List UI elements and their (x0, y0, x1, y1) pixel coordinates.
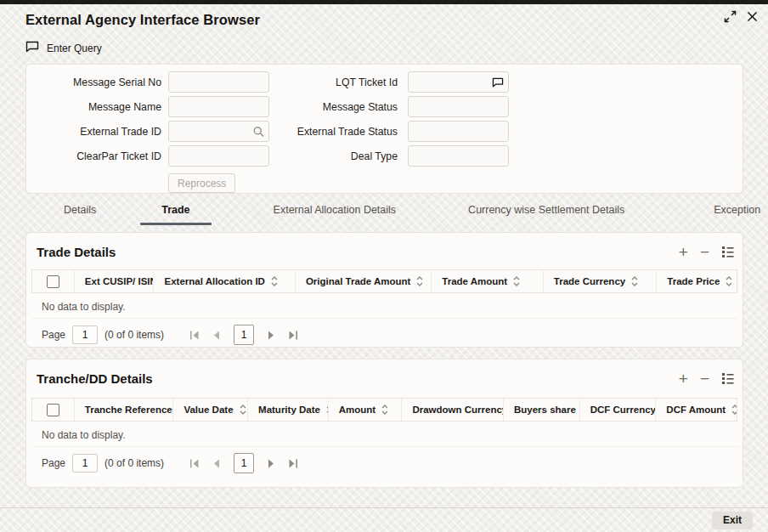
add-row-icon[interactable]: + (679, 373, 688, 385)
previous-page-icon[interactable] (213, 331, 220, 340)
trade-details-pagination: Page (0 of 0 items) 1 (31, 319, 737, 345)
lqt-ticket-id-label: LQT Ticket Id (269, 76, 408, 88)
window-controls (724, 10, 758, 23)
items-count-label: (0 of 0 items) (104, 457, 164, 469)
page-input[interactable] (72, 325, 98, 344)
query-form-panel: Message Serial No Message Name External … (25, 64, 743, 194)
message-name-label: Message Name (26, 101, 168, 113)
first-page-icon[interactable] (189, 331, 200, 340)
items-count-label: (0 of 0 items) (104, 329, 164, 341)
sort-icon[interactable] (726, 276, 732, 286)
current-page-button[interactable]: 1 (234, 453, 254, 473)
message-name-input[interactable] (168, 96, 269, 117)
external-trade-status-label: External Trade Status (269, 126, 408, 138)
page-input[interactable] (72, 454, 98, 473)
remove-row-icon[interactable]: − (700, 373, 709, 385)
message-status-label: Message Status (269, 101, 408, 113)
remove-row-icon[interactable]: − (700, 246, 709, 258)
tab-exception[interactable]: Exception (714, 204, 760, 227)
page-label: Page (42, 329, 65, 341)
message-serial-no-label: Message Serial No (26, 76, 168, 88)
trade-details-title: Trade Details (37, 245, 116, 259)
sort-icon[interactable] (513, 276, 520, 286)
message-serial-no-input[interactable] (168, 71, 269, 93)
message-status-input[interactable] (408, 96, 509, 117)
external-agency-interface-browser-window: External Agency Interface Browser Enter … (0, 0, 768, 532)
deal-type-label: Deal Type (269, 150, 408, 162)
exit-button[interactable]: Exit (712, 512, 753, 529)
next-page-icon[interactable] (268, 331, 274, 340)
tab-trade[interactable]: Trade (140, 204, 211, 227)
last-page-icon[interactable] (288, 459, 298, 468)
enter-query-label: Enter Query (47, 42, 102, 54)
tab-details[interactable]: Details (64, 204, 96, 227)
tab-external-allocation-details[interactable]: External Allocation Details (274, 204, 397, 227)
sort-icon[interactable] (416, 276, 423, 286)
footer-bar: Exit (0, 507, 768, 532)
previous-page-icon[interactable] (213, 459, 220, 468)
comment-icon[interactable] (492, 77, 504, 88)
single-select-list-icon[interactable] (721, 372, 734, 385)
trade-details-table-header: Ext CUSIP/ ISIN External Allocation ID O… (31, 269, 737, 293)
tranche-dd-details-section: Tranche/DD Details + − Tranche Reference… (25, 359, 743, 488)
close-icon[interactable] (747, 11, 758, 22)
sort-icon[interactable] (240, 405, 246, 415)
next-page-icon[interactable] (268, 459, 274, 468)
resize-icon[interactable] (724, 10, 737, 23)
first-page-icon[interactable] (189, 459, 200, 468)
comment-icon (25, 41, 39, 55)
clearpar-ticket-id-label: ClearPar Ticket ID (26, 150, 168, 162)
tranche-dd-table-header: Tranche Reference Number Value Date Matu… (31, 398, 737, 422)
tranche-dd-empty-message: No data to display. (31, 422, 738, 447)
clearpar-ticket-id-input[interactable] (168, 145, 269, 167)
trade-details-section: Trade Details + − Ext CUSIP/ ISIN Extern… (25, 232, 743, 348)
select-all-checkbox[interactable] (47, 404, 59, 416)
sort-icon[interactable] (631, 276, 638, 286)
external-trade-id-label: External Trade ID (26, 126, 168, 138)
tab-bar: Details Trade External Allocation Detail… (25, 204, 743, 227)
titlebar: External Agency Interface Browser (25, 12, 743, 28)
top-strip (0, 0, 768, 4)
trade-details-empty-message: No data to display. (31, 293, 738, 319)
add-row-icon[interactable]: + (679, 246, 688, 258)
sort-icon[interactable] (271, 276, 278, 286)
sort-icon[interactable] (381, 405, 388, 415)
select-all-checkbox[interactable] (47, 275, 59, 288)
search-icon[interactable] (253, 126, 264, 137)
tranche-dd-details-title: Tranche/DD Details (37, 371, 153, 386)
current-page-button[interactable]: 1 (234, 325, 254, 345)
external-trade-status-input[interactable] (408, 121, 509, 142)
enter-query-button[interactable]: Enter Query (25, 41, 127, 55)
reprocess-button[interactable]: Reprocess (168, 173, 235, 193)
last-page-icon[interactable] (288, 331, 298, 340)
single-select-list-icon[interactable] (721, 246, 734, 258)
tab-currency-wise-settlement-details[interactable]: Currency wise Settlement Details (468, 204, 624, 227)
page-title: External Agency Interface Browser (25, 12, 743, 28)
sort-icon[interactable] (731, 405, 737, 415)
deal-type-input[interactable] (408, 145, 509, 167)
page-label: Page (42, 457, 65, 469)
tranche-dd-pagination: Page (0 of 0 items) 1 (31, 447, 737, 473)
